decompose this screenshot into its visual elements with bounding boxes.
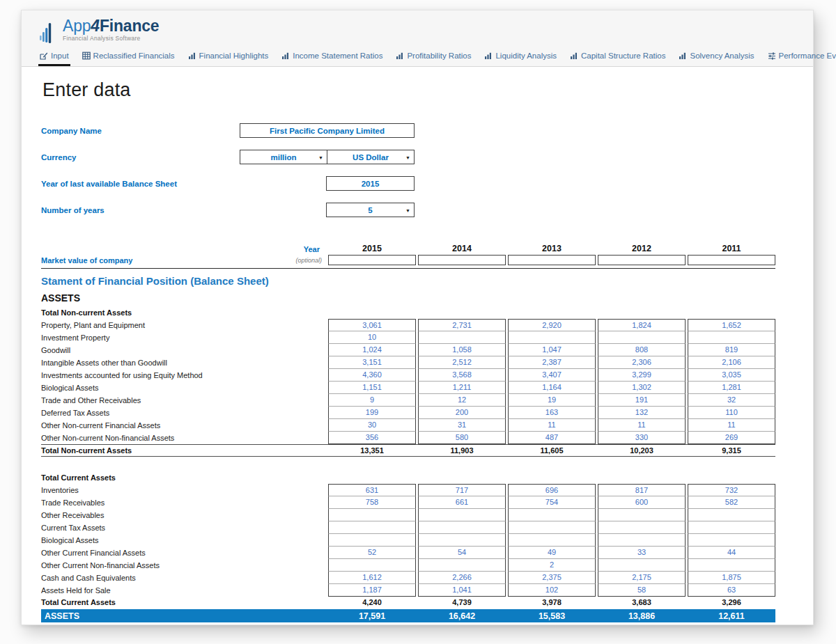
- value-cell[interactable]: 717: [418, 484, 506, 496]
- value-cell[interactable]: [688, 521, 775, 534]
- tab-financial-highlights[interactable]: Financial Highlights: [188, 45, 269, 66]
- value-cell[interactable]: 356: [328, 432, 416, 444]
- value-cell[interactable]: 1,211: [418, 382, 506, 394]
- value-cell[interactable]: 1,281: [688, 382, 775, 394]
- value-cell[interactable]: 1,024: [328, 344, 416, 356]
- tab-input[interactable]: Input: [40, 45, 69, 66]
- value-cell[interactable]: [688, 509, 775, 521]
- value-cell[interactable]: 3,035: [688, 369, 775, 382]
- value-cell[interactable]: 1,058: [418, 344, 506, 356]
- market-value-input[interactable]: [688, 255, 775, 265]
- value-cell[interactable]: 200: [418, 407, 506, 419]
- value-cell[interactable]: 199: [328, 407, 416, 419]
- value-cell[interactable]: 2,512: [418, 356, 506, 369]
- value-cell[interactable]: 2,306: [598, 356, 686, 369]
- value-cell[interactable]: [508, 534, 596, 547]
- value-cell[interactable]: [508, 521, 596, 534]
- value-cell[interactable]: 31: [418, 419, 506, 432]
- num-years-select[interactable]: 5 ▼: [326, 203, 415, 217]
- value-cell[interactable]: 819: [688, 344, 775, 356]
- value-cell[interactable]: 2,266: [418, 572, 506, 584]
- value-cell[interactable]: [688, 534, 775, 547]
- market-value-input[interactable]: [598, 255, 686, 265]
- value-cell[interactable]: 2,175: [598, 572, 686, 584]
- value-cell[interactable]: 1,302: [598, 382, 686, 394]
- value-cell[interactable]: 10: [328, 331, 416, 344]
- value-cell[interactable]: 3,568: [418, 369, 506, 382]
- company-name-input[interactable]: [240, 123, 415, 138]
- value-cell[interactable]: [328, 509, 416, 521]
- value-cell[interactable]: [688, 331, 775, 344]
- value-cell[interactable]: 3,151: [328, 356, 416, 369]
- value-cell[interactable]: 817: [598, 484, 686, 496]
- value-cell[interactable]: 2,106: [688, 356, 775, 369]
- value-cell[interactable]: 1,047: [508, 344, 596, 356]
- value-cell[interactable]: 487: [508, 432, 596, 444]
- value-cell[interactable]: 163: [508, 407, 596, 419]
- value-cell[interactable]: 661: [418, 496, 506, 509]
- value-cell[interactable]: 11: [688, 419, 775, 432]
- value-cell[interactable]: [328, 521, 416, 534]
- value-cell[interactable]: 1,824: [598, 319, 686, 331]
- market-value-input[interactable]: [328, 255, 416, 265]
- value-cell[interactable]: 52: [328, 547, 416, 559]
- value-cell[interactable]: [508, 331, 596, 344]
- value-cell[interactable]: 33: [598, 547, 686, 559]
- value-cell[interactable]: [418, 509, 506, 521]
- value-cell[interactable]: 58: [598, 584, 686, 597]
- value-cell[interactable]: 600: [598, 496, 686, 509]
- value-cell[interactable]: 269: [688, 432, 775, 444]
- last-year-input[interactable]: [326, 176, 415, 191]
- value-cell[interactable]: [418, 534, 506, 547]
- value-cell[interactable]: 2: [508, 559, 596, 572]
- tab-solvency-analysis[interactable]: Solvency Analysis: [679, 45, 754, 66]
- value-cell[interactable]: [328, 534, 416, 547]
- value-cell[interactable]: 49: [508, 547, 596, 559]
- value-cell[interactable]: [598, 509, 686, 521]
- value-cell[interactable]: [598, 559, 686, 572]
- value-cell[interactable]: 19: [508, 394, 596, 407]
- value-cell[interactable]: 102: [508, 584, 596, 597]
- value-cell[interactable]: 54: [418, 547, 506, 559]
- value-cell[interactable]: 2,387: [508, 356, 596, 369]
- tab-liquidity-analysis[interactable]: Liquidity Analysis: [484, 45, 557, 66]
- value-cell[interactable]: 582: [688, 496, 775, 509]
- value-cell[interactable]: [598, 534, 686, 547]
- value-cell[interactable]: 30: [328, 419, 416, 432]
- value-cell[interactable]: 3,299: [598, 369, 686, 382]
- currency-unit-select[interactable]: million ▼: [240, 150, 327, 164]
- value-cell[interactable]: 1,164: [508, 382, 596, 394]
- value-cell[interactable]: 3,407: [508, 369, 596, 382]
- market-value-input[interactable]: [418, 255, 506, 265]
- value-cell[interactable]: 11: [508, 419, 596, 432]
- value-cell[interactable]: 4,360: [328, 369, 416, 382]
- value-cell[interactable]: 1,652: [688, 319, 775, 331]
- value-cell[interactable]: 758: [328, 496, 416, 509]
- value-cell[interactable]: 696: [508, 484, 596, 496]
- value-cell[interactable]: 12: [418, 394, 506, 407]
- value-cell[interactable]: 1,187: [328, 584, 416, 597]
- value-cell[interactable]: 3,061: [328, 319, 416, 331]
- value-cell[interactable]: 1,041: [418, 584, 506, 597]
- value-cell[interactable]: [418, 521, 506, 534]
- value-cell[interactable]: 2,920: [508, 319, 596, 331]
- value-cell[interactable]: 1,612: [328, 572, 416, 584]
- value-cell[interactable]: 1,151: [328, 382, 416, 394]
- value-cell[interactable]: [688, 559, 775, 572]
- tab-profitability-ratios[interactable]: Profitability Ratios: [396, 45, 471, 66]
- value-cell[interactable]: [418, 559, 506, 572]
- value-cell[interactable]: 808: [598, 344, 686, 356]
- market-value-input[interactable]: [508, 255, 596, 265]
- value-cell[interactable]: 132: [598, 407, 686, 419]
- value-cell[interactable]: 1,875: [688, 572, 775, 584]
- value-cell[interactable]: 11: [598, 419, 686, 432]
- value-cell[interactable]: [598, 331, 686, 344]
- value-cell[interactable]: [508, 509, 596, 521]
- value-cell[interactable]: 2,375: [508, 572, 596, 584]
- tab-income-statement-ratios[interactable]: Income Statement Ratios: [281, 45, 382, 66]
- tab-reclassified-financials[interactable]: Reclassified Financials: [82, 45, 175, 66]
- value-cell[interactable]: 732: [688, 484, 775, 496]
- tab-capital-structure-ratios[interactable]: Capital Structure Ratios: [570, 45, 665, 66]
- value-cell[interactable]: 110: [688, 407, 775, 419]
- value-cell[interactable]: [328, 559, 416, 572]
